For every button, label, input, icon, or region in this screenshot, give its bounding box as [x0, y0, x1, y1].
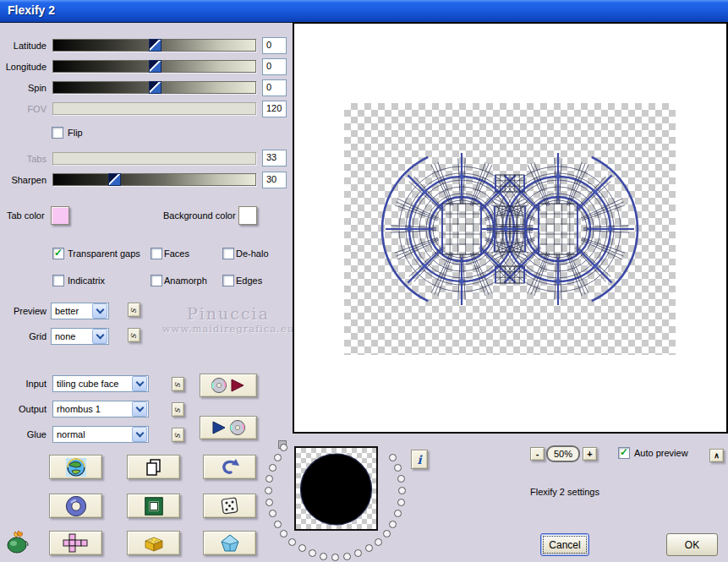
spin-slider-thumb[interactable] [149, 81, 161, 94]
chevron-down-icon[interactable] [132, 427, 147, 442]
unfold-cross-icon [62, 533, 90, 554]
spin-slider[interactable] [52, 81, 256, 94]
tab-color-label: Tab color [7, 210, 45, 221]
load-settings-button[interactable] [200, 416, 257, 439]
ring-dot [354, 549, 362, 557]
ring-dot [375, 538, 382, 546]
ring-dot [265, 475, 273, 483]
latitude-slider[interactable] [52, 39, 256, 52]
anamorph-checkbox[interactable]: ✓ [151, 275, 162, 286]
output-style-button[interactable]: s [172, 402, 184, 417]
preview-image [344, 103, 676, 355]
zoom-in-button[interactable]: + [583, 447, 597, 461]
info-button[interactable]: i [411, 450, 428, 469]
sharpen-value[interactable]: 30 [262, 172, 287, 188]
tabs-value[interactable]: 33 [262, 150, 287, 166]
input-select-value: tiling cube face [53, 379, 131, 389]
transparent-gaps-checkbox[interactable]: ✓ [52, 248, 64, 259]
save-play-icon [208, 377, 249, 394]
faces-checkbox[interactable]: ✓ [151, 248, 162, 259]
torus-button[interactable] [49, 494, 102, 518]
load-play-icon [208, 419, 249, 436]
ring-dot [389, 521, 397, 528]
ring-dot [343, 553, 351, 560]
save-settings-button[interactable] [200, 374, 257, 397]
de-halo-checkbox[interactable]: ✓ [222, 248, 234, 259]
latitude-label: Latitude [0, 41, 47, 51]
preview-select-value: better [52, 306, 91, 316]
chevron-down-icon[interactable] [92, 303, 107, 319]
dice-icon [220, 496, 240, 516]
chevron-down-icon[interactable] [132, 376, 147, 391]
preview-image-area[interactable] [344, 103, 676, 355]
ring-dot [269, 510, 276, 517]
glue-select-value: normal [53, 429, 131, 439]
preview-label: Preview [0, 306, 47, 316]
frame-button[interactable] [127, 494, 180, 518]
caret-up-icon: ∧ [714, 451, 720, 460]
zoom-out-button[interactable]: - [530, 447, 545, 461]
auto-preview-label: Auto preview [634, 448, 688, 458]
background-color-swatch[interactable] [238, 206, 257, 225]
fov-value[interactable]: 120 [262, 101, 287, 117]
copy-button[interactable] [127, 455, 180, 479]
grid-select[interactable]: none [51, 328, 109, 345]
random-button[interactable] [203, 494, 256, 518]
sharpen-slider-thumb[interactable] [108, 173, 121, 186]
chevron-down-icon[interactable] [92, 329, 107, 344]
input-style-button[interactable]: s [172, 377, 184, 391]
spin-value[interactable]: 0 [262, 79, 287, 96]
indicatrix-label: Indicatrix [68, 276, 105, 286]
ring-dot [288, 538, 296, 546]
frame-icon [145, 497, 163, 516]
glue-style-button[interactable]: s [172, 428, 184, 442]
ring-dot [280, 444, 287, 451]
latitude-value[interactable]: 0 [262, 37, 287, 54]
output-select[interactable]: rhombus 1 [52, 401, 149, 417]
glue-select[interactable]: normal [52, 426, 149, 443]
grid-style-button[interactable]: s [128, 328, 140, 342]
watermark-url: www.maidiregrafica.eu [161, 323, 296, 335]
input-select[interactable]: tiling cube face [52, 375, 149, 392]
grid-label: Grid [0, 331, 47, 341]
edges-checkbox[interactable]: ✓ [222, 275, 234, 286]
indicatrix-checkbox[interactable]: ✓ [52, 275, 64, 286]
fov-slider [52, 102, 256, 115]
undo-button[interactable] [203, 455, 256, 479]
chevron-down-icon[interactable] [132, 401, 147, 417]
thumbnail-preview[interactable] [294, 446, 378, 531]
render-button[interactable] [49, 455, 102, 479]
output-select-value: rhombus 1 [53, 404, 131, 414]
ring-dot [365, 544, 373, 552]
title-bar[interactable]: Flexify 2 [0, 0, 728, 23]
ring-dot [309, 549, 316, 557]
grid-select-value: none [52, 331, 91, 341]
spin-label: Spin [0, 83, 47, 93]
unfold-button[interactable] [49, 531, 102, 555]
preview-style-button[interactable]: s [128, 303, 140, 317]
brick-button[interactable] [127, 531, 180, 555]
ring-dot [274, 521, 282, 528]
flip-checkbox[interactable]: ✓ [52, 127, 63, 139]
collapse-button[interactable]: ∧ [709, 449, 724, 462]
ring-dot [265, 499, 273, 506]
longitude-value[interactable]: 0 [262, 58, 287, 75]
longitude-label: Longitude [0, 62, 47, 72]
undo-icon [220, 458, 240, 477]
latitude-slider-thumb[interactable] [149, 39, 161, 52]
ring-dot [398, 487, 406, 494]
tabs-label: Tabs [0, 154, 47, 164]
watermark: Pinuccia www.maidiregrafica.eu [161, 304, 296, 335]
zoom-level[interactable]: 50% [546, 445, 580, 462]
cancel-button[interactable]: Cancel [540, 533, 589, 556]
ring-dot [394, 510, 402, 517]
solid-button[interactable] [203, 531, 256, 555]
preview-select[interactable]: better [51, 303, 109, 319]
longitude-slider-thumb[interactable] [149, 60, 161, 73]
tab-color-swatch[interactable] [51, 206, 69, 225]
longitude-slider[interactable] [52, 60, 256, 73]
settings-status: Flexify 2 settings [530, 487, 599, 497]
ok-button[interactable]: OK [666, 533, 718, 556]
auto-preview-checkbox[interactable]: ✓ [618, 447, 630, 459]
sharpen-slider[interactable] [52, 173, 256, 186]
